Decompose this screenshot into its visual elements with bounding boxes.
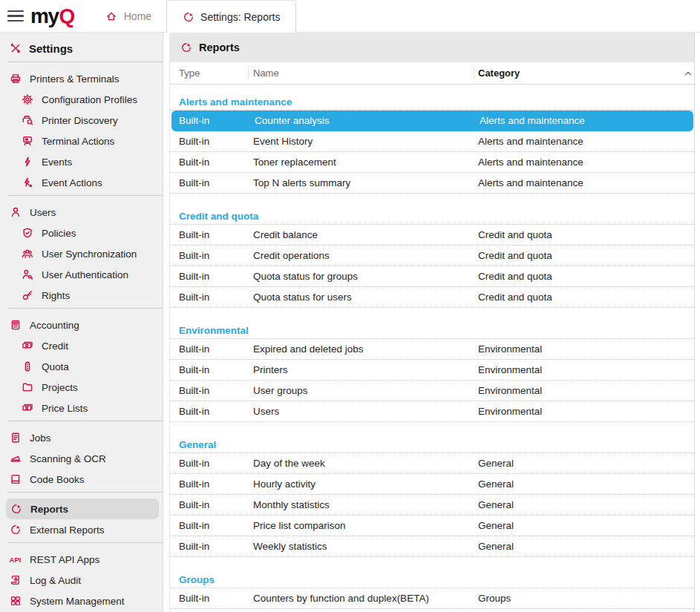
sidebar-item-system-management[interactable]: System Management <box>0 590 163 611</box>
report-type: Built-in <box>170 364 249 375</box>
report-row-credit-operations[interactable]: Built-inCredit operationsCredit and quot… <box>170 246 694 266</box>
report-category: General <box>474 520 694 531</box>
report-row-printers[interactable]: Built-inPrintersEnvironmental <box>170 360 694 381</box>
report-row-counter-analysis[interactable]: Built-inCounter analysisAlerts and maint… <box>171 111 693 131</box>
report-row-day-of-the-week[interactable]: Built-inDay of the weekGeneral <box>170 453 694 474</box>
report-type: Built-in <box>170 343 249 355</box>
report-row-top-n-alerts-summary[interactable]: Built-inTop N alerts summaryAlerts and m… <box>170 173 694 194</box>
tools-icon <box>9 42 22 55</box>
report-row-hourly-activity[interactable]: Built-inHourly activityGeneral <box>170 474 694 495</box>
sidebar-item-quota[interactable]: Quota <box>0 356 163 377</box>
report-name: Counter analysis <box>250 115 476 126</box>
sidebar-item-label: Code Books <box>30 474 85 485</box>
book-icon <box>9 473 22 486</box>
sidebar-item-rest-api-apps[interactable]: APIREST API Apps <box>0 549 163 570</box>
report-category: Credit and quota <box>474 250 694 261</box>
reports-table: Alerts and maintenanceBuilt-inCounter an… <box>170 85 694 612</box>
sidebar-item-reports[interactable]: Reports <box>6 499 159 519</box>
logo-text-q: Q <box>59 4 73 28</box>
lightning-arrow-icon <box>21 177 33 189</box>
column-header-type[interactable]: Type <box>170 68 248 79</box>
report-name: Top N alerts summary <box>249 177 474 188</box>
report-category: Alerts and maintenance <box>476 115 693 126</box>
report-name: Day of the week <box>249 458 474 469</box>
sidebar-item-external-reports[interactable]: External Reports <box>0 519 163 540</box>
panel-header: Reports <box>170 33 694 62</box>
group-header-groups: Groups <box>170 572 694 588</box>
column-header-category[interactable]: Category <box>474 68 681 79</box>
sidebar-item-label: Policies <box>42 228 76 239</box>
report-row-monthly-statistics[interactable]: Built-inMonthly statisticsGeneral <box>170 495 694 516</box>
sidebar-item-rights[interactable]: Rights <box>0 285 163 306</box>
tab-home[interactable]: Home <box>91 0 166 32</box>
sidebar-item-terminal-actions[interactable]: Terminal Actions <box>0 131 163 151</box>
report-category: General <box>474 499 694 510</box>
sidebar-item-label: Users <box>30 207 56 218</box>
gear-icon <box>21 93 33 106</box>
sidebar-item-log-audit[interactable]: Log & Audit <box>0 570 163 590</box>
report-row-quota-status-for-groups[interactable]: Built-inQuota status for groupsCredit an… <box>170 266 694 287</box>
home-icon <box>105 10 118 22</box>
report-type: Built-in <box>170 541 249 552</box>
printer-icon <box>9 73 22 85</box>
report-type: Built-in <box>170 157 249 168</box>
myq-logo[interactable]: myQ <box>30 0 74 32</box>
logo-text-my: my <box>30 4 58 28</box>
sidebar-divider <box>7 308 163 309</box>
sidebar-item-user-synchronization[interactable]: User Synchronization <box>0 243 163 264</box>
report-type: Built-in <box>171 115 250 126</box>
pie-chart-icon <box>180 42 192 54</box>
report-row-toner-replacement[interactable]: Built-inToner replacementAlerts and main… <box>170 152 694 173</box>
tab-settings-reports[interactable]: Settings: Reports <box>166 0 295 33</box>
report-row-event-history[interactable]: Built-inEvent HistoryAlerts and maintena… <box>170 131 694 152</box>
report-row-users[interactable]: Built-inUsersEnvironmental <box>170 401 694 422</box>
sidebar-item-scanning-ocr[interactable]: Scanning & OCR <box>0 448 163 469</box>
sidebar-title: Settings <box>0 39 163 58</box>
sidebar-item-projects[interactable]: Projects <box>0 377 163 398</box>
report-type: Built-in <box>170 406 249 417</box>
report-row-weekly-statistics[interactable]: Built-inWeekly statisticsGeneral <box>170 536 694 557</box>
report-category: Credit and quota <box>474 271 694 282</box>
traffic-light-icon <box>21 361 33 373</box>
report-name: Weekly statistics <box>249 541 474 552</box>
report-type: Built-in <box>170 593 249 604</box>
page-title: Reports <box>199 42 240 53</box>
report-category: Environmental <box>474 343 694 355</box>
report-name: Credit balance <box>249 229 474 240</box>
sidebar-item-label: Price Lists <box>42 403 88 414</box>
report-category: General <box>474 458 694 469</box>
sidebar-item-users[interactable]: Users <box>0 202 163 223</box>
report-name: Users <box>249 406 474 417</box>
report-name: Toner replacement <box>249 157 474 168</box>
report-row-user-groups[interactable]: Built-inUser groupsEnvironmental <box>170 381 694 401</box>
report-row-credit-balance[interactable]: Built-inCredit balanceCredit and quota <box>170 225 694 246</box>
report-row-price-list-comparison[interactable]: Built-inPrice list comparisonGeneral <box>170 516 694 536</box>
sort-ascending-icon[interactable] <box>681 67 694 79</box>
sidebar-item-event-actions[interactable]: Event Actions <box>0 172 163 193</box>
sidebar-item-configuration-profiles[interactable]: Configuration Profiles <box>0 89 163 110</box>
column-header-name[interactable]: Name <box>249 68 474 79</box>
sidebar-item-code-books[interactable]: Code Books <box>0 469 163 490</box>
report-row-quota-status-for-users[interactable]: Built-inQuota status for usersCredit and… <box>170 287 694 308</box>
report-category: Credit and quota <box>474 292 694 303</box>
report-category: Environmental <box>474 364 694 375</box>
report-category: Alerts and maintenance <box>474 157 694 168</box>
sidebar-item-label: User Synchronization <box>42 249 137 260</box>
sidebar-item-accounting[interactable]: Accounting <box>0 315 163 335</box>
hamburger-menu-icon[interactable] <box>7 0 24 32</box>
sidebar-item-credit[interactable]: Credit <box>0 335 163 356</box>
tab-home-label: Home <box>124 10 151 22</box>
report-row-counters-by-function-and-duplex-beta[interactable]: Built-inCounters by function and duplex(… <box>170 588 694 609</box>
sidebar-item-label: Event Actions <box>42 177 102 188</box>
report-type: Built-in <box>170 499 249 510</box>
sidebar-item-printer-discovery[interactable]: Printer Discovery <box>0 110 163 131</box>
sidebar-item-printers-terminals[interactable]: Printers & Terminals <box>0 68 163 89</box>
sidebar-item-price-lists[interactable]: Price Lists <box>0 398 163 418</box>
sidebar-item-jobs[interactable]: Jobs <box>0 427 163 448</box>
sidebar-item-user-authentication[interactable]: User Authentication <box>0 264 163 285</box>
group-header-alerts-and-maintenance: Alerts and maintenance <box>170 94 694 111</box>
sidebar-item-policies[interactable]: Policies <box>0 223 163 243</box>
sidebar-divider <box>7 62 163 62</box>
report-row-expired-and-deleted-jobs[interactable]: Built-inExpired and deleted jobsEnvironm… <box>170 339 694 360</box>
sidebar-item-events[interactable]: Events <box>0 151 163 172</box>
